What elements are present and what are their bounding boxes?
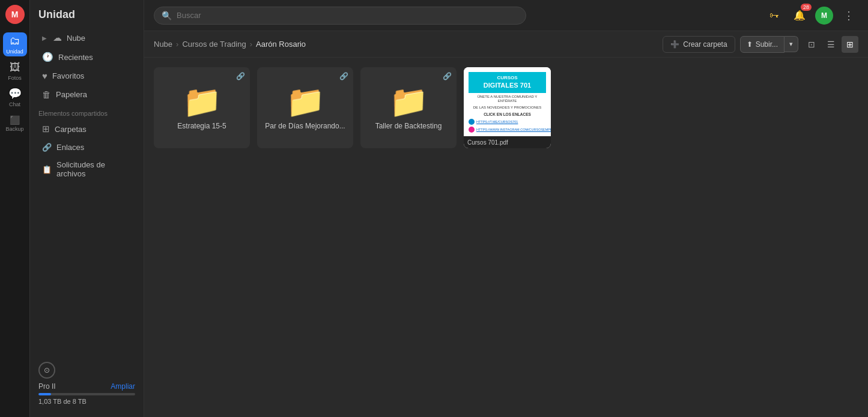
papelera-label: Papelera [56, 90, 87, 99]
sidebar-nav-solicitudes[interactable]: 📋 Solicitudes de archivos [34, 157, 140, 182]
key-button[interactable]: 🗝 [765, 6, 784, 25]
storage-used: 1,03 TB [38, 398, 61, 405]
upload-label: Subir... [756, 40, 778, 49]
folder-icon: 📁 [389, 86, 428, 117]
create-folder-label: Crear carpeta [683, 40, 727, 49]
search-icon: 🔍 [162, 11, 172, 20]
preview-icon: ⊡ [808, 40, 815, 49]
sidebar-nav-nube[interactable]: ▶ ☁ Nube [34, 29, 140, 47]
main-area: 🔍 🗝 🔔 28 M ⋮ Nube › Cursos de Trading › … [144, 0, 868, 417]
sidebar-title: Unidad [30, 6, 144, 28]
favoritos-icon: ♥ [42, 71, 47, 81]
breadcrumb-current: Aarón Rosario [256, 40, 306, 49]
file-card-par-dias[interactable]: 🔗 📁 Par de Días Mejorando... [257, 67, 353, 148]
topbar-actions: 🗝 🔔 28 M ⋮ [765, 6, 858, 25]
upload-icon: ⬆ [747, 40, 753, 49]
upload-button-group: ⬆ Subir... ▾ [740, 36, 798, 53]
upload-main-button[interactable]: ⬆ Subir... [740, 36, 785, 53]
file-label: Par de Días Mejorando... [257, 122, 353, 130]
file-card-estrategia[interactable]: 🔗 📁 Estrategia 15-5 [154, 67, 250, 148]
chat-icon: 💬 [8, 87, 22, 100]
sidebar-nav-favoritos[interactable]: ♥ Favoritos [34, 67, 140, 85]
sidebar-item-chat[interactable]: 💬 Chat [3, 85, 27, 109]
sidebar-item-fotos[interactable]: 🖼 Fotos [3, 59, 27, 83]
breadcrumb-actions: ➕ Crear carpeta ⬆ Subir... ▾ ⊡ ☰ [663, 36, 858, 53]
link-icon: 🔗 [339, 72, 348, 80]
view-toggle: ⊡ ☰ ⊞ [803, 36, 858, 53]
file-card-pdf[interactable]: CURSOS DIGITALES 701 ÚNETE A NUESTRA COM… [464, 67, 551, 148]
storage-total: 8 TB [73, 398, 86, 405]
solicitudes-label: Solicitudes de archivos [56, 160, 132, 178]
more-button[interactable]: ⋮ [839, 6, 858, 25]
pdf-header: CURSOS DIGITALES 701 [469, 72, 546, 93]
notification-badge: 28 [801, 4, 812, 11]
sidebar-footer: ⊙ Pro II Ampliar 1,03 TB de 8 TB [30, 356, 144, 411]
pdf-header-line2: DIGITALES 701 [471, 81, 544, 89]
breadcrumb-nube[interactable]: Nube [154, 40, 172, 49]
user-avatar[interactable]: M [815, 7, 833, 25]
view-grid-button[interactable]: ⊞ [842, 36, 858, 53]
nube-label: Nube [67, 34, 85, 43]
link-icon: 🔗 [236, 72, 245, 80]
notification-button[interactable]: 🔔 28 [790, 6, 809, 25]
carpetas-label: Carpetas [55, 125, 86, 134]
upload-dropdown-button[interactable]: ▾ [785, 36, 798, 52]
recientes-icon: 🕐 [42, 52, 53, 62]
sidebar-nav-papelera[interactable]: 🗑 Papelera [34, 86, 140, 103]
pdf-link2-text: HTTPS://WWW.INSTAGRAM.COM/CURSOSEMPRENDE… [476, 128, 551, 131]
sidebar-item-unidad[interactable]: 🗂 Unidad [3, 32, 27, 56]
fotos-icon: 🖼 [10, 61, 20, 74]
enlaces-icon: 🔗 [42, 143, 52, 152]
pdf-link2-row: HTTPS://WWW.INSTAGRAM.COM/CURSOSEMPRENDE… [469, 127, 546, 133]
rail-label-backup: Backup [5, 126, 23, 132]
topbar: 🔍 🗝 🔔 28 M ⋮ [144, 0, 868, 31]
file-label: Estrategia 15-5 [154, 122, 250, 130]
rail-label-chat: Chat [9, 101, 20, 107]
view-preview-button[interactable]: ⊡ [803, 36, 820, 53]
storage-de: de [63, 398, 72, 405]
sidebar-nav-carpetas[interactable]: ⊞ Carpetas [34, 120, 140, 138]
chevron-down-icon: ▾ [789, 40, 793, 47]
list-icon: ☰ [827, 40, 835, 49]
recientes-label: Recientes [58, 53, 93, 62]
plus-icon: ➕ [670, 40, 679, 49]
enlaces-label: Enlaces [56, 143, 84, 152]
breadcrumb-sep-1: › [176, 40, 178, 49]
storage-progress-fill [38, 393, 51, 395]
sidebar-nav-recientes[interactable]: 🕐 Recientes [34, 48, 140, 66]
storage-progress-bar [38, 393, 135, 395]
upgrade-button[interactable]: Ampliar [111, 382, 135, 391]
create-folder-button[interactable]: ➕ Crear carpeta [663, 36, 735, 53]
pdf-cta: CLICK EN LOS ENLACES [469, 112, 546, 116]
file-card-taller[interactable]: 🔗 📁 Taller de Backtesting [360, 67, 457, 148]
rail-label-unidad: Unidad [6, 49, 23, 55]
breadcrumb: Nube › Cursos de Trading › Aarón Rosario [154, 40, 306, 49]
grid-icon: ⊞ [846, 40, 854, 49]
sidebar-item-backup[interactable]: ⬛ Backup [3, 112, 27, 136]
breadcrumb-bar: Nube › Cursos de Trading › Aarón Rosario… [144, 31, 868, 58]
rail-label-fotos: Fotos [8, 75, 22, 81]
breadcrumb-sep-2: › [250, 40, 252, 49]
search-input[interactable] [177, 11, 518, 20]
breadcrumb-cursos-trading[interactable]: Cursos de Trading [182, 40, 246, 49]
papelera-icon: 🗑 [42, 89, 51, 100]
telegram-icon-circle [469, 119, 475, 125]
pdf-footer-label: Cursos 701.pdf [467, 139, 547, 146]
solicitudes-icon: 📋 [42, 165, 52, 174]
pdf-preview: CURSOS DIGITALES 701 ÚNETE A NUESTRA COM… [464, 67, 551, 136]
link-icon: 🔗 [443, 72, 452, 80]
search-box[interactable]: 🔍 [154, 7, 526, 25]
pdf-header-line1: CURSOS [471, 75, 544, 81]
pdf-link1-row: HTTPS://T.ME/CURSOS701 [469, 119, 546, 125]
bell-icon: 🔔 [794, 10, 806, 21]
storage-icon: ⊙ [38, 362, 55, 379]
file-label: Taller de Backtesting [360, 122, 457, 130]
sidebar: Unidad ▶ ☁ Nube 🕐 Recientes ♥ Favoritos … [30, 0, 144, 417]
view-list-button[interactable]: ☰ [822, 36, 839, 53]
icon-rail: M 🗂 Unidad 🖼 Fotos 💬 Chat ⬛ Backup [0, 0, 30, 417]
arrow-icon: ▶ [42, 35, 47, 41]
app-avatar[interactable]: M [5, 5, 25, 24]
sidebar-nav-enlaces[interactable]: 🔗 Enlaces [34, 139, 140, 155]
pdf-footer-bar: Cursos 701.pdf [464, 136, 551, 148]
pdf-body-text1: ÚNETE A NUESTRA COMUNIDAD Y ENTÉRATE [469, 95, 546, 104]
